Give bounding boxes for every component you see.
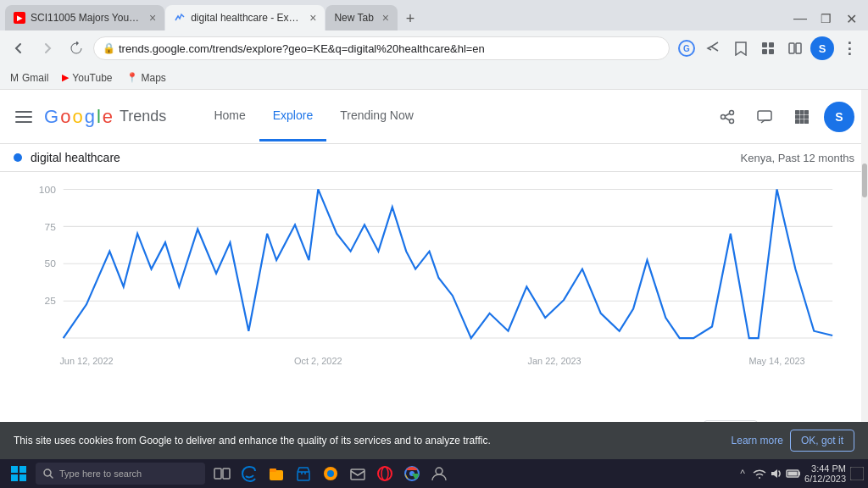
taskbar-firefox-icon[interactable] (319, 462, 342, 485)
svg-rect-6 (789, 43, 794, 53)
tab-3[interactable]: New Tab × (326, 5, 398, 30)
url-field[interactable]: 🔒 trends.google.com/trends/explore?geo=K… (93, 36, 670, 60)
maps-icon: 📍 (126, 72, 138, 83)
svg-text:May 14, 2023: May 14, 2023 (748, 357, 804, 367)
share-header-button[interactable] (712, 102, 743, 132)
gmail-icon: M (10, 72, 19, 84)
scrollbar-thumb[interactable] (862, 164, 867, 197)
tab-2-title: digital healthcare - Explore - Goo... (191, 12, 301, 24)
cookie-banner: This site uses cookies from Google to de… (0, 422, 868, 459)
profile-button[interactable]: S (810, 36, 834, 60)
svg-rect-5 (769, 49, 774, 54)
taskbar-explorer-icon[interactable] (264, 462, 288, 485)
svg-text:Oct 2, 2022: Oct 2, 2022 (294, 357, 342, 367)
new-tab-button[interactable]: + (398, 7, 422, 30)
network-icon[interactable] (752, 466, 767, 481)
taskbar-clock[interactable]: 3:44 PM 6/12/2023 (804, 463, 846, 484)
logo-o1: o (60, 106, 70, 128)
notification-icon[interactable] (849, 466, 865, 481)
apps-button[interactable] (787, 102, 817, 132)
taskbar-person-icon[interactable] (427, 462, 451, 485)
svg-rect-38 (19, 466, 26, 473)
taskbar-search[interactable]: Type here to search (36, 463, 205, 485)
tray-chevron-icon[interactable]: ^ (735, 466, 750, 481)
svg-rect-16 (800, 114, 804, 119)
taskbar-apps (210, 462, 451, 485)
cookie-message: This site uses cookies from Google to de… (14, 435, 725, 446)
youtube-label: YouTube (72, 72, 112, 84)
logo-g: G (44, 106, 58, 128)
forward-button[interactable] (36, 36, 59, 60)
svg-text:25: 25 (45, 296, 57, 307)
browser-actions: G S ⋮ (675, 36, 861, 60)
address-bar: 🔒 trends.google.com/trends/explore?geo=K… (0, 30, 868, 66)
trend-term-bar: digital healthcare Kenya, Past 12 months (0, 144, 868, 172)
menu-button[interactable]: ⋮ (837, 36, 861, 60)
tab-3-close[interactable]: × (382, 11, 389, 25)
battery-icon[interactable] (786, 466, 801, 481)
learn-more-link[interactable]: Learn more (732, 435, 783, 446)
bookmark-maps[interactable]: 📍 Maps (123, 70, 170, 86)
logo-e: e (103, 106, 113, 128)
trend-chart: 100 75 50 25 Jun 12, 2022 Oct 2, 2022 Ja… (17, 180, 851, 375)
taskbar-tray-icons: ^ (735, 466, 801, 481)
nav-trending[interactable]: Trending Now (326, 92, 427, 141)
taskbar-store-icon[interactable] (292, 462, 315, 485)
tab-1[interactable]: ▶ SCI11005 Majors You Didn't Know... × (5, 5, 164, 30)
svg-rect-42 (214, 469, 221, 479)
gt-nav: Home Explore Trending Now (200, 92, 426, 141)
taskbar-opera-icon[interactable] (373, 462, 397, 485)
feedback-button[interactable] (749, 102, 780, 132)
svg-text:50: 50 (45, 258, 57, 269)
reload-button[interactable] (64, 36, 88, 60)
bookmark-button[interactable] (729, 36, 753, 60)
svg-rect-17 (804, 114, 809, 119)
window-controls: — ❒ ✕ (788, 7, 863, 30)
svg-rect-15 (795, 114, 799, 119)
taskbar-edge-icon[interactable] (237, 462, 261, 485)
taskbar: Type here to search (0, 459, 868, 488)
split-screen-button[interactable] (783, 36, 807, 60)
scrollbar[interactable] (861, 90, 868, 459)
gt-profile-button[interactable]: S (824, 102, 854, 132)
extension-button[interactable] (756, 36, 780, 60)
svg-point-50 (378, 467, 392, 480)
taskbar-chrome-icon[interactable] (400, 462, 424, 485)
start-button[interactable] (3, 459, 34, 488)
term-label: digital healthcare (31, 151, 120, 164)
minimize-button[interactable]: — (788, 7, 812, 30)
gmail-label: Gmail (22, 72, 48, 84)
share-button[interactable] (702, 36, 726, 60)
ok-got-it-button[interactable]: OK, got it (790, 430, 854, 452)
svg-rect-4 (762, 49, 767, 54)
volume-icon[interactable] (769, 466, 784, 481)
tab-1-close[interactable]: × (149, 11, 156, 25)
svg-rect-18 (795, 119, 799, 124)
svg-text:100: 100 (39, 184, 57, 195)
hamburger-menu[interactable] (14, 107, 34, 127)
svg-rect-57 (850, 467, 864, 480)
bookmark-gmail[interactable]: M Gmail (7, 70, 52, 86)
svg-text:75: 75 (45, 221, 57, 232)
svg-point-48 (327, 470, 334, 477)
taskbar-mail-icon[interactable] (346, 462, 370, 485)
svg-rect-12 (795, 110, 799, 114)
svg-point-51 (381, 467, 388, 480)
logo-l: l (97, 106, 101, 128)
back-button[interactable] (7, 36, 31, 60)
gt-logo[interactable]: G o o g l e Trends (44, 106, 166, 128)
svg-point-8 (730, 110, 734, 114)
bookmark-youtube[interactable]: ▶ YouTube (58, 70, 115, 86)
lock-icon: 🔒 (103, 42, 115, 54)
taskbar-multitask-icon[interactable] (210, 462, 234, 485)
google-search-button[interactable]: G (675, 36, 698, 60)
close-button[interactable]: ✕ (839, 7, 863, 30)
tab-2-close[interactable]: × (309, 11, 316, 25)
tab-1-favicon: ▶ (14, 12, 25, 24)
nav-explore[interactable]: Explore (259, 92, 326, 141)
nav-home[interactable]: Home (200, 92, 259, 141)
tab-2[interactable]: digital healthcare - Explore - Goo... × (165, 5, 325, 30)
maximize-button[interactable]: ❒ (814, 7, 837, 30)
bookmarks-bar: M Gmail ▶ YouTube 📍 Maps (0, 66, 868, 90)
youtube-icon: ▶ (62, 72, 69, 83)
